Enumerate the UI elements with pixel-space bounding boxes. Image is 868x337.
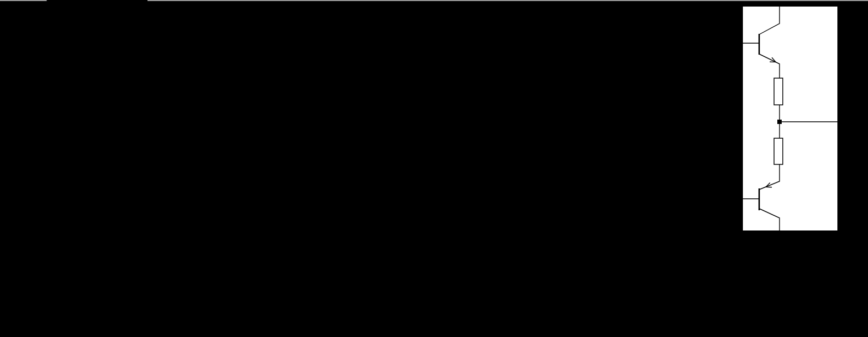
q9-base-bar [759,34,760,55]
schematic-window[interactable] [743,7,837,230]
resistor-r3-body [774,78,783,105]
resistor-r4-body [774,138,783,164]
q10-base-bar [759,188,760,210]
ltspice-window [0,0,868,337]
inset-plot-window[interactable] [47,0,148,152]
plot-canvas[interactable] [0,0,868,337]
wire-junction-dot [777,120,782,124]
